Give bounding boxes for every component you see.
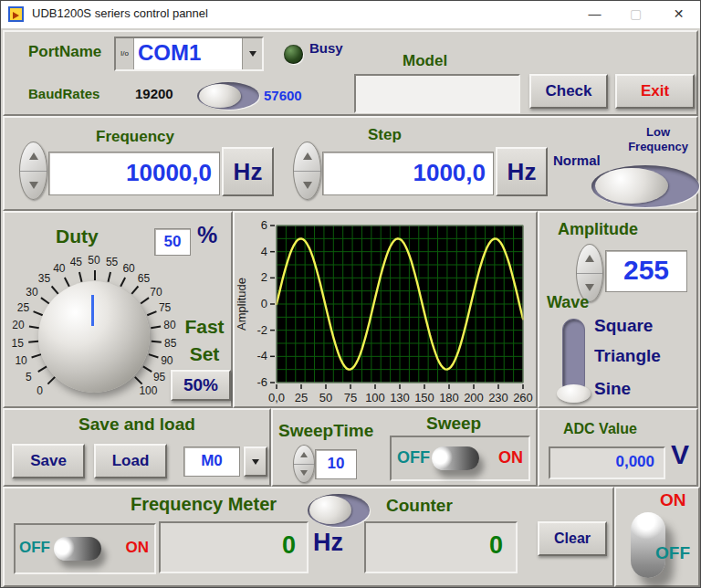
duty-scale-tick — [28, 341, 38, 343]
fastset-button[interactable]: 50% — [171, 370, 231, 401]
svg-text:130: 130 — [390, 391, 410, 404]
svg-text:150: 150 — [414, 391, 434, 404]
duty-scale-label: 10 — [15, 354, 26, 367]
wave-option-square: Square — [594, 316, 653, 336]
duty-scale-label: 75 — [159, 301, 171, 314]
model-label: Model — [403, 52, 447, 70]
minimize-button[interactable]: — — [574, 1, 615, 27]
fmeter-switch[interactable] — [54, 537, 101, 561]
duty-scale-tick — [47, 376, 56, 384]
check-button[interactable]: Check — [529, 74, 608, 109]
duty-knob-indicator — [91, 295, 94, 326]
duty-scale-tick — [29, 326, 39, 330]
waveform-panel: 6420-2-4-60,0255075100130150180200230260… — [233, 211, 538, 408]
counter-value: 0 — [364, 521, 518, 573]
frequency-meter-toggle[interactable] — [308, 494, 370, 527]
step-label: Step — [368, 126, 402, 144]
frequency-panel: Frequency 10000,0 Hz Step 1000,0 Hz Norm… — [3, 116, 698, 211]
svg-text:25: 25 — [295, 391, 308, 404]
frequency-value[interactable]: 10000,0 — [48, 152, 220, 195]
step-value[interactable]: 1000,0 — [322, 152, 494, 195]
step-unit: Hz — [496, 147, 548, 196]
svg-text:4: 4 — [261, 245, 267, 258]
duty-scale-label: 20 — [12, 319, 24, 331]
fmeter-value: 0 — [159, 521, 309, 573]
waveform-chart: 6420-2-4-60,0255075100130150180200230260… — [235, 213, 536, 406]
close-button[interactable]: ✕ — [658, 1, 699, 27]
amplitude-label: Amplitude — [558, 220, 638, 239]
duty-scale-label: 90 — [161, 354, 173, 367]
duty-scale-tick — [151, 326, 161, 330]
maximize-button: ▢ — [615, 1, 656, 27]
baud-57600-label: 57600 — [264, 88, 302, 103]
svg-text:230: 230 — [488, 391, 508, 404]
step-spinner[interactable] — [293, 142, 321, 200]
power-panel: ON OFF — [614, 487, 700, 587]
sweep-switch-frame: OFF ON — [390, 436, 530, 481]
duty-scale-label: 50 — [88, 254, 99, 267]
svg-text:2: 2 — [261, 270, 267, 284]
baudrates-label: BaudRates — [28, 86, 99, 101]
busy-led-icon — [284, 45, 303, 64]
baudrate-toggle[interactable] — [197, 82, 259, 110]
adc-label: ADC Value — [563, 421, 637, 437]
duty-scale-tick — [147, 310, 157, 316]
memory-select-value[interactable]: M0 — [183, 446, 240, 477]
port-dropdown-arrow-icon[interactable] — [242, 38, 262, 69]
portname-label: PortName — [28, 43, 101, 61]
adc-panel: ADC Value 0,000 V — [538, 408, 698, 487]
duty-scale-tick — [149, 353, 159, 358]
amplitude-value[interactable]: 255 — [605, 250, 687, 292]
adc-value: 0,000 — [549, 446, 665, 479]
port-value[interactable]: COM1 — [134, 38, 242, 69]
clear-button[interactable]: Clear — [538, 521, 607, 556]
exit-button[interactable]: Exit — [615, 74, 695, 109]
sweeptime-spinner[interactable] — [293, 445, 315, 483]
model-field — [354, 74, 520, 113]
duty-scale-label: 25 — [17, 301, 29, 314]
sweeptime-value[interactable]: 10 — [315, 449, 357, 479]
duty-scale-label: 5 — [26, 371, 32, 383]
counter-heading: Counter — [386, 496, 453, 516]
duty-scale-tick — [31, 353, 41, 358]
duty-scale-tick — [131, 286, 140, 295]
svg-text:0,0: 0,0 — [268, 391, 285, 404]
svg-text:-4: -4 — [256, 349, 267, 362]
duty-knob[interactable] — [38, 281, 150, 393]
svg-text:-6: -6 — [256, 375, 267, 389]
duty-panel: Duty 50 % 051015202530354045505560657075… — [3, 211, 233, 408]
low-frequency-label: Low Frequency — [616, 125, 700, 154]
duty-scale-tick — [108, 272, 112, 282]
frequency-meter-panel: Frequency Meter OFF ON 0 Hz Counter 0 Cl… — [3, 487, 614, 587]
duty-scale-tick — [120, 278, 126, 288]
duty-scale-label: 55 — [106, 256, 118, 268]
wave-label: Wave — [547, 293, 589, 312]
wave-option-sine: Sine — [594, 379, 631, 399]
io-icon: I/o — [116, 38, 134, 69]
titlebar: UDB1200S seriers control pannel — ▢ ✕ — [1, 1, 701, 28]
wave-slider-knob[interactable] — [557, 384, 591, 403]
load-button[interactable]: Load — [94, 444, 167, 478]
saveload-panel: Save and load Save Load M0 — [3, 408, 271, 487]
sweep-toggle[interactable] — [432, 446, 479, 470]
window-title: UDB1200S seriers control pannel — [32, 6, 208, 20]
memory-dropdown-arrow-icon[interactable] — [244, 446, 267, 477]
svg-text:75: 75 — [344, 391, 357, 404]
svg-text:100: 100 — [365, 391, 385, 404]
fmeter-on-label: ON — [126, 539, 150, 557]
svg-text:260: 260 — [513, 391, 533, 404]
fastset-label: Fast Set — [174, 313, 235, 368]
duty-scale-tick — [37, 366, 47, 373]
sweep-heading: Sweep — [426, 414, 481, 434]
duty-scale-tick — [152, 341, 162, 343]
sweep-on-label: ON — [498, 448, 523, 467]
port-combo[interactable]: I/o COM1 — [114, 37, 264, 71]
frequency-label: Frequency — [96, 128, 174, 146]
frequency-mode-toggle[interactable] — [591, 165, 699, 207]
power-on-label: ON — [660, 490, 686, 510]
svg-text:50: 50 — [319, 391, 332, 404]
save-button[interactable]: Save — [12, 444, 85, 478]
frequency-spinner[interactable] — [19, 142, 47, 200]
duty-scale-label: 95 — [153, 371, 165, 383]
duty-scale-label: 30 — [26, 286, 37, 299]
